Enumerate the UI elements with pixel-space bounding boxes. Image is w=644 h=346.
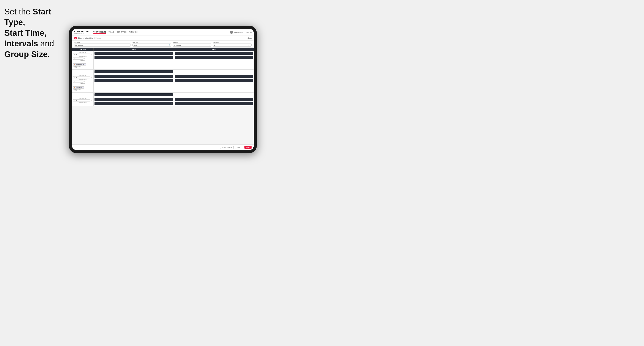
close-icon: × ○: [170, 71, 172, 72]
save-button[interactable]: Save: [244, 146, 252, 149]
team2-slot-1b[interactable]: × ○: [175, 56, 253, 59]
course-label-1: COURSE:: [73, 60, 92, 61]
start-time-value: 10:00: [134, 44, 137, 46]
nav-link-tournaments[interactable]: TOURNAMENTS: [94, 31, 106, 34]
start-type-caret: ▼: [128, 44, 130, 46]
course-tag-2: 🏌 East Lake GC ×: [73, 86, 84, 89]
tee-col-extra-1: [72, 70, 94, 74]
course-tag-1: 🏌 (A) Peachtree GC ×: [73, 63, 86, 65]
remove-course-2[interactable]: ×: [83, 87, 84, 88]
groups-scroll-area[interactable]: STARTING TIME: 🕐 STARTING HOLE: ▲▼ COURS…: [72, 51, 254, 144]
tee-col-extra-2: [72, 93, 94, 97]
start-type-label: Start Type: [74, 42, 131, 43]
config-row: Start Type 1st Tee Start ▼ Start Time 10…: [72, 40, 254, 48]
tee-col-1: STARTING TIME: 🕐 STARTING HOLE: ▲▼ COURS…: [72, 51, 94, 69]
team1-slot-2a[interactable]: × ○: [94, 75, 173, 78]
course-icon-1: 🏌: [74, 64, 75, 65]
close-icon: × ○: [170, 94, 172, 95]
course-label-2: COURSE:: [73, 83, 92, 84]
team2-slot-2a[interactable]: × ○: [175, 75, 253, 78]
team1-slot-1b[interactable]: × ○: [94, 56, 173, 59]
start-type-select[interactable]: 1st Tee Start ▼: [74, 43, 131, 46]
nav-link-committee[interactable]: COMMITTEE: [117, 31, 126, 34]
team2-slot-2b[interactable]: × ○: [175, 79, 253, 82]
back-button[interactable]: < Back: [247, 37, 252, 39]
reset-changes-button[interactable]: Reset Changes: [220, 146, 234, 149]
team2-col-extra-2: [174, 93, 254, 97]
clock-icon-1: 🕐: [91, 54, 92, 55]
close-icon: ×: [172, 103, 172, 104]
hole-stepper-1: ▲▼: [83, 58, 86, 59]
team1-slot-3b[interactable]: ×: [94, 102, 173, 105]
remove-course-1[interactable]: ×: [85, 64, 86, 65]
group-row: × ○: [72, 70, 254, 74]
starting-time-input-1[interactable]: [73, 53, 90, 55]
tablet-device: SCOREBOARD Powered by clipp.io TOURNAMEN…: [69, 26, 257, 153]
nav-link-teams[interactable]: TEAMS: [108, 31, 114, 34]
team1-slot-extra-2a[interactable]: × ○: [94, 93, 173, 96]
tee-col-2: STARTING TIME: 🕐 STARTING HOLE: ▲▼ COURS…: [72, 74, 94, 92]
team2-col-1: × ○ × ○: [174, 51, 254, 69]
group-row: STARTING TIME: 🕐 STARTING HOLE: ▲▼ COURS…: [72, 51, 254, 70]
team2-slot-3a[interactable]: × ○: [175, 98, 253, 101]
remove-group-2[interactable]: ○Remove Group: [73, 89, 92, 90]
starting-time-row-1: 🕐: [73, 53, 92, 55]
intervals-select[interactable]: 10 Minutes ▼: [173, 43, 212, 46]
starting-time-label-1: STARTING TIME:: [73, 52, 92, 53]
logo-area: SCOREBOARD Powered by clipp.io: [74, 31, 90, 34]
tablet-screen: SCOREBOARD Powered by clipp.io TOURNAMEN…: [72, 29, 254, 150]
start-time-caret: 🕐: [169, 44, 170, 46]
start-type-field: Start Type 1st Tee Start ▼: [74, 42, 131, 46]
starting-hole-input-2[interactable]: [73, 81, 83, 83]
team2-slot-3b[interactable]: ×: [175, 102, 253, 105]
add-group-1[interactable]: + Add Group: [73, 67, 92, 68]
intervals-value: 10 Minutes: [174, 44, 181, 46]
table-header: Tee Time Team 1 Team 2: [72, 48, 254, 51]
group-size-field: Group Size 3 ▲▼: [213, 42, 252, 46]
course-icon-2: 🏌: [74, 87, 75, 88]
nav-link-rankings[interactable]: RANKINGS: [129, 31, 138, 34]
close-icon: × ○: [170, 80, 172, 81]
team1-slot-3a[interactable]: × ○: [94, 98, 173, 101]
separator: |: [245, 31, 245, 33]
sign-out-link[interactable]: Sign out: [246, 31, 252, 33]
team1-slot-2b[interactable]: × ○: [94, 79, 173, 82]
action-links-1: ○Remove Group + Add Group: [73, 66, 92, 68]
starting-time-input-3[interactable]: [73, 99, 90, 101]
user-avatar: [230, 31, 233, 34]
team1-col-1: × ○ × ○: [94, 51, 174, 69]
close-icon: × ○: [251, 80, 252, 81]
group-row: STARTING TIME: 🕐 STARTING HOLE: ▲▼ COURS…: [72, 74, 254, 93]
close-icon: × ○: [251, 53, 252, 54]
team1-col-extra-1: × ○: [94, 70, 174, 74]
team1-col-extra-2: × ○: [94, 93, 174, 97]
remove-group-1[interactable]: ○Remove Group: [73, 66, 92, 67]
th-team2: Team 2: [174, 48, 254, 51]
starting-time-row-3: 🕐: [73, 99, 92, 101]
tournament-name: Clippd Invitational (Me): [78, 37, 94, 39]
cancel-button[interactable]: Cancel: [235, 146, 243, 149]
start-time-label: Start Time: [132, 42, 171, 43]
start-type-value: 1st Tee Start: [75, 44, 83, 46]
bottom-actions: Reset Changes Cancel Save: [72, 144, 254, 150]
team1-col-2: × ○ × ○: [94, 74, 174, 92]
team1-slot-1a[interactable]: × ○: [94, 52, 173, 55]
group-size-caret: ▲▼: [248, 44, 250, 46]
instruction-text: Set the Start Type, Start Time, Interval…: [4, 6, 71, 60]
group-size-select[interactable]: 3 ▲▼: [213, 43, 252, 46]
logo-sub: Powered by clipp.io: [74, 33, 90, 34]
intervals-caret: ▼: [209, 44, 210, 46]
group-row: STARTING TIME: 🕐 STARTING HOLE: × ○ ×: [72, 97, 254, 106]
team2-col-2: × ○ × ○: [174, 74, 254, 92]
start-time-select[interactable]: 10:00 🕐: [132, 43, 171, 46]
close-icon: × ○: [170, 57, 172, 58]
team1-slot-extra-1a[interactable]: × ○: [94, 70, 173, 73]
intervals-field: Intervals 10 Minutes ▼: [173, 42, 212, 46]
team2-slot-1a[interactable]: × ○: [175, 52, 253, 55]
user-email: blair@clippd.io: [234, 31, 244, 33]
starting-time-input-2[interactable]: [73, 76, 90, 78]
add-group-2[interactable]: + Add Group: [73, 90, 92, 92]
starting-hole-input-1[interactable]: [73, 57, 83, 60]
close-icon: × ○: [251, 99, 252, 100]
action-links-2: ○Remove Group + Add Group: [73, 89, 92, 92]
